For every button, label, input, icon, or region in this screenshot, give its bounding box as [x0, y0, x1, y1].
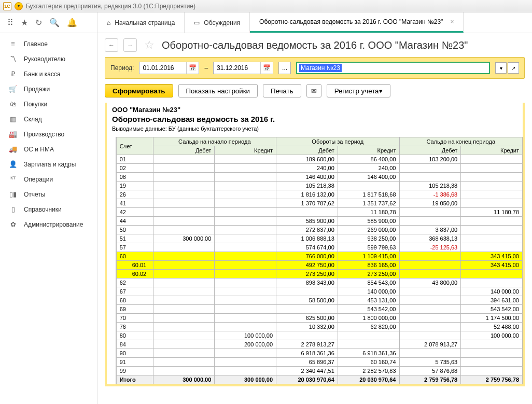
sidebar-item[interactable]: ᴷᵀОперации: [0, 172, 97, 187]
sidebar-icon: 👤: [8, 160, 18, 168]
titlebar: 1C Бухгалтерия предприятия, редакция 3.0…: [0, 0, 532, 12]
sidebar-item[interactable]: ≡Главное: [0, 36, 97, 51]
apps-icon[interactable]: ⠿: [7, 18, 13, 27]
home-icon: ⌂: [107, 19, 110, 26]
table-row[interactable]: 69543 542,00543 542,00: [116, 305, 522, 314]
table-row[interactable]: 08146 400,00146 400,00: [116, 173, 522, 182]
tab-label: Оборотно-сальдовая ведомость за 2016 г. …: [259, 18, 443, 25]
sidebar-item-label: Операции: [24, 176, 53, 183]
tab-home[interactable]: ⌂ Начальная страница: [97, 12, 185, 33]
sidebar-item-label: ОС и НМА: [24, 146, 54, 153]
sidebar-item[interactable]: 🚚ОС и НМА: [0, 142, 97, 157]
th-debit: Дебет: [153, 146, 215, 155]
tab-report[interactable]: Оборотно-сальдовая ведомость за 2016 г. …: [250, 12, 464, 33]
table-row[interactable]: 50272 837,00269 000,003 837,00: [116, 226, 522, 234]
table-row[interactable]: 57574 674,00599 799,63-25 125,63: [116, 243, 522, 252]
print-button[interactable]: Печать: [263, 84, 301, 97]
report-org: ООО "Магазин №23": [112, 106, 517, 114]
org-input[interactable]: Магазин №23: [296, 62, 490, 74]
form-button[interactable]: Сформировать: [105, 84, 173, 97]
period-sep: –: [204, 64, 208, 72]
calendar-icon[interactable]: 📅: [260, 62, 273, 74]
th-open: Сальдо на начало периода: [153, 137, 276, 146]
sidebar-item-label: Главное: [24, 40, 48, 48]
page-title: Оборотно-сальдовая ведомость за 2016 г. …: [162, 39, 468, 51]
titlebar-dropdown[interactable]: [15, 2, 23, 10]
table-row[interactable]: 4211 180,7811 180,78: [116, 208, 522, 217]
sidebar-icon: ≡: [8, 40, 18, 48]
sidebar-item-label: Банк и касса: [24, 71, 61, 78]
tab-label: Начальная страница: [115, 19, 175, 26]
bell-icon[interactable]: 🔔: [67, 18, 77, 27]
org-open-button[interactable]: ↗: [508, 62, 519, 74]
favorite-icon[interactable]: ☆: [144, 38, 155, 52]
table-row[interactable]: 992 340 447,512 282 570,8357 876,68: [116, 367, 522, 375]
total-row: Итого300 000,00300 000,0020 030 970,6420…: [116, 375, 522, 384]
sidebar-item-label: Администрирование: [24, 221, 83, 228]
forward-button[interactable]: →: [123, 38, 137, 52]
sidebar-item[interactable]: ₽Банк и касса: [0, 66, 97, 81]
table-row[interactable]: 19105 218,38105 218,38: [116, 182, 522, 190]
table-row[interactable]: 02240,00240,00: [116, 164, 522, 173]
table-row[interactable]: 62898 343,00854 543,0043 800,00: [116, 278, 522, 287]
register-button[interactable]: Регистр учета ▾: [327, 84, 390, 97]
sidebar-icon: ₽: [8, 70, 18, 78]
report-meta: Выводимые данные: БУ (данные бухгалтерск…: [112, 126, 517, 132]
sidebar-item[interactable]: 🏭Производство: [0, 127, 97, 142]
table-row[interactable]: 01189 600,0086 400,00103 200,00: [116, 155, 522, 164]
sidebar-item[interactable]: 🛒Продажи: [0, 81, 97, 96]
sidebar-icon: 🛍: [8, 100, 18, 108]
date-to-input[interactable]: 📅: [213, 62, 273, 74]
table-row[interactable]: 6858 500,00453 131,00394 631,00: [116, 296, 522, 305]
app-logo: 1C: [3, 2, 11, 10]
sidebar-item-label: Отчеты: [24, 191, 45, 198]
sidebar-item[interactable]: 🛍Покупки: [0, 96, 97, 112]
sidebar-item[interactable]: ▯Справочники: [0, 202, 97, 217]
sidebar-item-label: Руководителю: [24, 55, 65, 63]
report-table: Счет Сальдо на начало периода Обороты за…: [116, 137, 523, 384]
sidebar-item[interactable]: 〽Руководителю: [0, 51, 97, 66]
table-row[interactable]: 67140 000,00140 000,00: [116, 287, 522, 296]
table-row[interactable]: 906 918 361,366 918 361,36: [116, 349, 522, 358]
org-selected: Магазин №23: [299, 64, 342, 72]
calendar-icon[interactable]: 📅: [186, 62, 199, 74]
org-dropdown-button[interactable]: ▾: [495, 62, 507, 74]
table-row[interactable]: 84200 000,002 278 913,272 078 913,27: [116, 340, 522, 349]
table-row[interactable]: 261 816 132,001 817 518,68-1 386,68: [116, 190, 522, 199]
table-row[interactable]: 51300 000,001 006 888,13938 250,00368 63…: [116, 234, 522, 243]
th-credit: Кредит: [338, 146, 399, 155]
email-button[interactable]: ✉: [306, 84, 321, 97]
toolbar: ⠿ ★ ↻ 🔍 🔔 ⌂ Начальная страница ▭ Обсужде…: [0, 12, 532, 33]
report: ООО "Магазин №23" Оборотно-сальдовая вед…: [105, 103, 525, 386]
sidebar-item[interactable]: ▯▮Отчеты: [0, 187, 97, 202]
th-account: Счет: [116, 137, 153, 155]
settings-button[interactable]: Показать настройки: [178, 84, 258, 97]
table-row[interactable]: 411 370 787,621 351 737,6219 050,00: [116, 199, 522, 208]
back-button[interactable]: ←: [105, 38, 118, 52]
chat-icon: ▭: [194, 19, 200, 26]
search-icon[interactable]: 🔍: [49, 18, 60, 27]
star-icon[interactable]: ★: [21, 18, 28, 27]
date-from-field[interactable]: [139, 64, 186, 72]
sidebar-item[interactable]: ✿Администрирование: [0, 217, 97, 232]
table-row[interactable]: 60.01492 750,00836 165,00343 415,00: [116, 261, 522, 270]
period-picker-button[interactable]: ...: [278, 62, 291, 74]
tab-discussions[interactable]: ▭ Обсуждения: [185, 12, 250, 33]
table-row[interactable]: 60.02273 250,00273 250,00: [116, 270, 522, 278]
table-row[interactable]: 60766 000,001 109 415,00343 415,00: [116, 252, 522, 261]
date-to-field[interactable]: [214, 64, 260, 72]
history-icon[interactable]: ↻: [35, 18, 42, 27]
sidebar-item[interactable]: 👤Зарплата и кадры: [0, 157, 97, 172]
close-icon[interactable]: ×: [450, 18, 454, 25]
table-row[interactable]: 7610 332,0062 820,0052 488,00: [116, 323, 522, 331]
table-row[interactable]: 9165 896,3760 160,745 735,63: [116, 358, 522, 367]
table-row[interactable]: 70625 500,001 800 000,001 174 500,00: [116, 314, 522, 323]
date-from-input[interactable]: 📅: [139, 62, 199, 74]
sidebar-item[interactable]: ▥Склад: [0, 112, 97, 127]
sidebar-item-label: Справочники: [24, 206, 62, 213]
table-row[interactable]: 80100 000,00100 000,00: [116, 331, 522, 340]
table-row[interactable]: 44585 900,00585 900,00: [116, 217, 522, 226]
sidebar-item-label: Продажи: [24, 86, 50, 93]
sidebar-item-label: Склад: [24, 116, 42, 123]
content: ← → ☆ Оборотно-сальдовая ведомость за 20…: [97, 33, 532, 404]
